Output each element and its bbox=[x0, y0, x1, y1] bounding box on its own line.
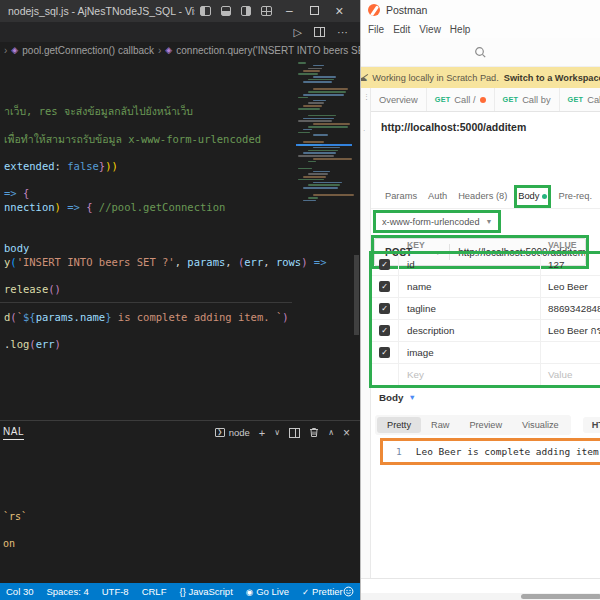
row-key-cell[interactable]: description bbox=[399, 320, 541, 341]
minimize-button[interactable]: – bbox=[277, 4, 302, 18]
tab-terminal[interactable]: NAL bbox=[3, 426, 24, 440]
feedback-icon[interactable] bbox=[343, 586, 354, 597]
row-key-cell[interactable]: tagline bbox=[399, 298, 541, 319]
horizontal-scrollbar[interactable] bbox=[361, 593, 600, 600]
minimap-line bbox=[313, 182, 342, 184]
check-icon: ✓ bbox=[302, 587, 309, 597]
breadcrumb-item[interactable]: connection.query('INSERT INTO beers SET … bbox=[176, 45, 360, 56]
statusbar-item[interactable]: ◉Go Live bbox=[246, 586, 289, 597]
row-value-cell[interactable]: Leo Beer bbox=[541, 276, 600, 297]
request-title: http://localhost:5000/additem bbox=[381, 121, 526, 133]
postman-titlebar: Postman bbox=[361, 0, 600, 20]
tab-auth[interactable]: Auth bbox=[428, 184, 447, 208]
request-tab[interactable]: Overview bbox=[371, 88, 427, 111]
code-editor[interactable]: าเว็บ, res จะส่งข้อมูลกลับไปยังหน้าเว็บเ… bbox=[0, 58, 360, 420]
maximize-button[interactable] bbox=[302, 4, 327, 18]
split-editor-icon[interactable] bbox=[314, 27, 325, 37]
checkbox-checked-icon[interactable]: ✓ bbox=[379, 303, 390, 314]
response-view-tabs: PrettyRawPreviewVisualize bbox=[375, 415, 571, 435]
request-tab[interactable]: GETCall / bbox=[427, 88, 495, 111]
breadcrumb-separator: › bbox=[158, 45, 161, 56]
tab-headers-8-[interactable]: Headers (8) bbox=[458, 184, 507, 208]
method-label: GET bbox=[503, 95, 519, 104]
checkbox-checked-icon[interactable]: ✓ bbox=[379, 325, 390, 336]
statusbar-item[interactable]: Col 30 bbox=[6, 586, 33, 597]
statusbar-item[interactable]: CRLF bbox=[142, 586, 167, 597]
minimap-line bbox=[308, 150, 338, 152]
toggle-secondary-sidebar-icon[interactable] bbox=[241, 6, 251, 16]
response-body-section[interactable]: Body ▼ bbox=[379, 392, 416, 403]
row-key-cell[interactable]: name bbox=[399, 276, 541, 297]
tab-pre-req-[interactable]: Pre-req. bbox=[558, 184, 592, 208]
checkbox-checked-icon[interactable]: ✓ bbox=[379, 259, 390, 270]
new-terminal-icon[interactable]: + bbox=[259, 427, 265, 439]
close-button[interactable]: × bbox=[327, 3, 352, 19]
minimap-line bbox=[313, 134, 328, 136]
statusbar-item[interactable]: {} JavaScript bbox=[179, 586, 232, 597]
postman-footer bbox=[361, 578, 600, 593]
postman-window: Postman FileEditViewHelp ☁ Working local… bbox=[360, 0, 600, 600]
customize-layout-icon[interactable] bbox=[261, 6, 271, 16]
statusbar-item[interactable]: ✓Prettier bbox=[302, 586, 343, 597]
row-checkbox-cell bbox=[371, 364, 399, 385]
body-type-dropdown[interactable]: x-www-form-urlencoded ▼ bbox=[375, 212, 499, 231]
minimap-line bbox=[298, 111, 350, 114]
checkbox-checked-icon[interactable]: ✓ bbox=[379, 347, 390, 358]
request-tab[interactable]: GETCall by bbox=[495, 88, 560, 111]
terminal-dropdown-icon[interactable]: ∨ bbox=[274, 428, 280, 437]
minimap-line bbox=[298, 179, 324, 181]
response-format-select[interactable]: HTML bbox=[583, 417, 600, 433]
row-key-cell[interactable]: id bbox=[399, 254, 541, 275]
response-tab-raw[interactable]: Raw bbox=[421, 417, 459, 433]
search-icon[interactable] bbox=[474, 46, 487, 59]
response-tab-pretty[interactable]: Pretty bbox=[377, 417, 421, 433]
terminal-output[interactable]: `rs`on bbox=[0, 444, 360, 583]
menu-item-file[interactable]: File bbox=[368, 24, 384, 35]
statusbar-item[interactable]: UTF-8 bbox=[102, 586, 129, 597]
kill-terminal-icon[interactable] bbox=[309, 427, 319, 438]
sidebar-sliver[interactable]: ⋮ · bbox=[361, 88, 371, 578]
postman-main: ⋮ · OverviewGETCall /GETCall byGETCall b… bbox=[361, 88, 600, 600]
menu-item-edit[interactable]: Edit bbox=[393, 24, 410, 35]
request-tab[interactable]: GETCall by bbox=[560, 88, 600, 111]
response-tab-visualize[interactable]: Visualize bbox=[512, 417, 569, 433]
breadcrumb-item[interactable]: pool.getConnection() callback bbox=[22, 45, 154, 56]
maximize-panel-icon[interactable]: ∧ bbox=[328, 428, 334, 437]
toggle-sidebar-icon[interactable] bbox=[200, 6, 210, 16]
run-icon[interactable]: ▷ bbox=[294, 26, 302, 39]
minimap[interactable] bbox=[298, 62, 350, 262]
response-view-bar: PrettyRawPreviewVisualize HTML bbox=[375, 415, 600, 435]
code-line: y('INSERT INTO beers SET ?', params, (er… bbox=[4, 256, 327, 270]
minimap-current-line bbox=[296, 144, 352, 146]
terminal-icon: ❯ bbox=[215, 428, 225, 437]
row-key-cell[interactable]: image bbox=[399, 342, 541, 363]
response-tab-preview[interactable]: Preview bbox=[459, 417, 512, 433]
editor-divider bbox=[0, 302, 292, 303]
minimap-line bbox=[303, 176, 326, 178]
statusbar-item[interactable]: Spaces: 4 bbox=[46, 586, 88, 597]
row-key-placeholder[interactable]: Key bbox=[399, 364, 541, 385]
menu-item-view[interactable]: View bbox=[419, 24, 441, 35]
row-value-placeholder[interactable]: Value bbox=[541, 364, 600, 385]
split-terminal-icon[interactable] bbox=[289, 428, 300, 438]
close-panel-icon[interactable]: × bbox=[343, 426, 350, 440]
code-line: nnection) => { //pool.getConnection bbox=[4, 201, 225, 215]
row-value-cell[interactable]: 88693428489 bbox=[541, 298, 600, 319]
toggle-panel-icon[interactable] bbox=[221, 6, 231, 16]
launch-profile[interactable]: ❯node bbox=[215, 427, 250, 438]
menu-item-help[interactable]: Help bbox=[450, 24, 471, 35]
row-value-cell[interactable]: 127 bbox=[541, 254, 600, 275]
more-actions-icon[interactable]: ··· bbox=[337, 26, 348, 38]
row-value-cell[interactable] bbox=[541, 342, 600, 363]
switch-workspace-link[interactable]: Switch to a Workspace bbox=[504, 73, 600, 83]
horizontal-scrollbar-thumb[interactable] bbox=[521, 594, 600, 599]
checkbox-checked-icon[interactable]: ✓ bbox=[379, 281, 390, 292]
editor-scrollbar-thumb[interactable] bbox=[354, 255, 359, 335]
vscode-window-title: nodejs_sql.js - AjNesTNodeJS_SQL - Visua… bbox=[8, 5, 195, 17]
postman-search-row bbox=[361, 38, 600, 67]
table-row-placeholder: KeyValue bbox=[371, 364, 600, 386]
breadcrumb[interactable]: ›◈pool.getConnection() callback›◈connect… bbox=[0, 42, 360, 58]
tab-body[interactable]: Body bbox=[518, 184, 547, 208]
row-value-cell[interactable]: Leo Beer กระป๋ bbox=[541, 320, 600, 341]
tab-params[interactable]: Params bbox=[385, 184, 417, 208]
